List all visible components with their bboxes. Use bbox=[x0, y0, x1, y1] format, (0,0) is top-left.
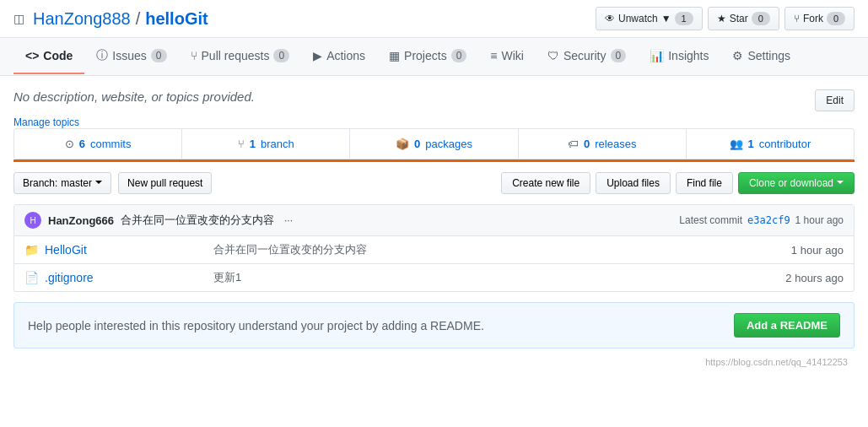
tab-wiki[interactable]: ≡ Wiki bbox=[478, 39, 536, 74]
file-time: 2 hours ago bbox=[785, 272, 844, 284]
file-row: 📄 .gitignore 更新1 2 hours ago bbox=[14, 264, 854, 291]
commit-header-row: H HanZong666 合并在同一位置改变的分支内容 ··· Latest c… bbox=[14, 205, 854, 236]
contributors-count: 1 bbox=[748, 138, 754, 150]
create-file-button[interactable]: Create new file bbox=[501, 172, 590, 194]
description-text: No description, website, or topics provi… bbox=[13, 89, 255, 104]
watch-caret: ▼ bbox=[661, 13, 671, 24]
branch-caret bbox=[95, 181, 102, 187]
repo-owner[interactable]: HanZong888 bbox=[33, 9, 131, 29]
readme-banner: Help people interested in this repositor… bbox=[13, 302, 855, 349]
tab-settings[interactable]: ⚙ Settings bbox=[720, 39, 802, 74]
file-message: 合并在同一位置改变的分支内容 bbox=[213, 242, 791, 257]
commit-message: 合并在同一位置改变的分支内容 bbox=[121, 213, 274, 228]
commits-count: 6 bbox=[79, 138, 85, 150]
commit-info-right: Latest commit e3a2cf9 1 hour ago bbox=[679, 214, 844, 226]
actions-icon: ▶ bbox=[313, 49, 322, 62]
star-icon: ★ bbox=[717, 13, 726, 24]
repo-icon: ◫ bbox=[13, 12, 24, 25]
file-table: H HanZong666 合并在同一位置改变的分支内容 ··· Latest c… bbox=[13, 204, 855, 292]
file-message: 更新1 bbox=[213, 270, 785, 285]
contributors-label: contributor bbox=[759, 138, 811, 150]
commit-time: 1 hour ago bbox=[795, 214, 844, 226]
releases-icon: 🏷 bbox=[568, 138, 579, 150]
branch-selector[interactable]: Branch: master bbox=[13, 172, 111, 194]
upload-files-button[interactable]: Upload files bbox=[596, 172, 671, 194]
stats-row: ⊙ 6 commits ⑂ 1 branch 📦 0 packages 🏷 0 … bbox=[13, 128, 855, 159]
commit-user[interactable]: HanZong666 bbox=[48, 214, 114, 227]
packages-label: packages bbox=[425, 138, 472, 150]
tab-issues[interactable]: ⓘ Issues 0 bbox=[84, 38, 178, 75]
code-icon: <> bbox=[25, 49, 39, 62]
commits-icon: ⊙ bbox=[65, 138, 74, 150]
branch-label: Branch: bbox=[23, 177, 57, 189]
contributors-stat[interactable]: 👥 1 contributor bbox=[687, 129, 854, 159]
commit-info-left: H HanZong666 合并在同一位置改变的分支内容 ··· bbox=[24, 212, 293, 229]
commits-stat[interactable]: ⊙ 6 commits bbox=[14, 129, 182, 159]
contributors-icon: 👥 bbox=[730, 138, 743, 150]
branch-icon: ⑂ bbox=[238, 138, 245, 150]
find-file-button[interactable]: Find file bbox=[676, 172, 733, 194]
commit-hash[interactable]: e3a2cf9 bbox=[747, 214, 790, 226]
issue-icon: ⓘ bbox=[96, 48, 108, 63]
file-toolbar: Branch: master New pull request Create n… bbox=[13, 172, 855, 194]
description-area: No description, website, or topics provi… bbox=[13, 89, 855, 111]
file-row: 📁 HelloGit 合并在同一位置改变的分支内容 1 hour ago bbox=[14, 236, 854, 264]
file-time: 1 hour ago bbox=[791, 244, 844, 257]
security-icon: 🛡 bbox=[547, 49, 559, 62]
releases-count: 0 bbox=[584, 138, 590, 150]
branches-stat[interactable]: ⑂ 1 branch bbox=[182, 129, 350, 159]
readme-text: Help people interested in this repositor… bbox=[28, 319, 484, 332]
main-content: No description, website, or topics provi… bbox=[0, 76, 868, 382]
toolbar-left: Branch: master New pull request bbox=[13, 172, 212, 194]
separator: / bbox=[136, 9, 141, 29]
tab-actions[interactable]: ▶ Actions bbox=[301, 39, 377, 74]
tab-insights[interactable]: 📊 Insights bbox=[638, 39, 720, 74]
repo-title: ◫ HanZong888 / helloGit bbox=[13, 9, 208, 29]
avatar: H bbox=[24, 212, 41, 229]
packages-stat[interactable]: 📦 0 packages bbox=[350, 129, 518, 159]
tab-code[interactable]: <> Code bbox=[13, 39, 84, 74]
releases-stat[interactable]: 🏷 0 releases bbox=[519, 129, 687, 159]
projects-icon: ▦ bbox=[389, 49, 400, 62]
latest-commit-label: Latest commit bbox=[679, 214, 742, 226]
commit-dots[interactable]: ··· bbox=[284, 214, 293, 226]
releases-label: releases bbox=[595, 138, 636, 150]
settings-icon: ⚙ bbox=[732, 49, 743, 62]
manage-topics-link[interactable]: Manage topics bbox=[13, 116, 79, 128]
branches-count: 1 bbox=[250, 138, 256, 150]
tab-security[interactable]: 🛡 Security 0 bbox=[536, 39, 638, 74]
fork-count: 0 bbox=[827, 12, 845, 25]
top-bar: ◫ HanZong888 / helloGit 👁 Unwatch ▼ 1 ★ … bbox=[0, 0, 868, 38]
watermark: https://blog.csdn.net/qq_41412253 bbox=[13, 355, 855, 369]
commits-label: commits bbox=[90, 138, 131, 150]
eye-icon: 👁 bbox=[605, 13, 615, 24]
file-name[interactable]: .gitignore bbox=[45, 271, 213, 284]
tab-pull-requests[interactable]: ⑂ Pull requests 0 bbox=[179, 39, 302, 74]
branches-label: branch bbox=[261, 138, 294, 150]
edit-button[interactable]: Edit bbox=[815, 89, 855, 111]
clone-caret bbox=[837, 181, 844, 187]
star-button[interactable]: ★ Star 0 bbox=[708, 7, 779, 30]
wiki-icon: ≡ bbox=[490, 49, 497, 62]
repo-name[interactable]: helloGit bbox=[145, 9, 208, 29]
pr-icon: ⑂ bbox=[191, 49, 197, 62]
clone-button[interactable]: Clone or download bbox=[738, 172, 855, 194]
star-count: 0 bbox=[752, 12, 770, 25]
repo-actions: 👁 Unwatch ▼ 1 ★ Star 0 ⑂ Fork 0 bbox=[596, 7, 855, 30]
packages-count: 0 bbox=[414, 138, 420, 150]
watch-button[interactable]: 👁 Unwatch ▼ 1 bbox=[596, 7, 703, 30]
file-icon: 📄 bbox=[24, 271, 38, 284]
orange-bar bbox=[13, 159, 855, 162]
add-readme-button[interactable]: Add a README bbox=[734, 313, 840, 338]
nav-tabs: <> Code ⓘ Issues 0 ⑂ Pull requests 0 ▶ A… bbox=[0, 38, 868, 76]
branch-name: master bbox=[61, 177, 92, 189]
packages-icon: 📦 bbox=[396, 138, 409, 150]
new-pull-request-button[interactable]: New pull request bbox=[118, 172, 212, 194]
tab-projects[interactable]: ▦ Projects 0 bbox=[377, 39, 478, 74]
fork-icon: ⑂ bbox=[794, 13, 800, 24]
file-name[interactable]: HelloGit bbox=[45, 243, 213, 257]
fork-button[interactable]: ⑂ Fork 0 bbox=[784, 7, 855, 30]
folder-icon: 📁 bbox=[24, 243, 38, 257]
toolbar-right: Create new file Upload files Find file C… bbox=[501, 172, 855, 194]
watch-count: 1 bbox=[675, 12, 693, 25]
